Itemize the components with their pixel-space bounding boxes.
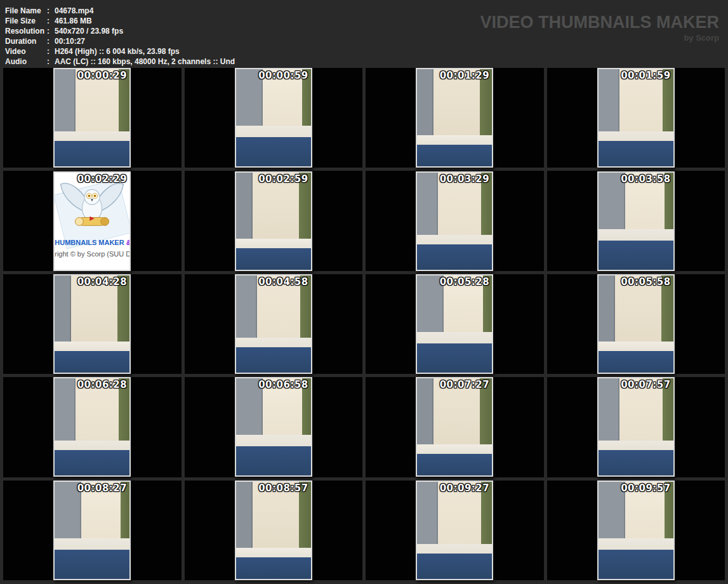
frame-placeholder — [417, 378, 492, 475]
frame-placeholder — [417, 69, 492, 166]
metadata-value: 00:10:27 — [55, 36, 85, 46]
app-title: VIDEO THUMBNAILS MAKER — [480, 13, 720, 32]
timestamp-overlay: 00:05:58 — [621, 276, 671, 288]
timestamp-overlay: 00:07:57 — [621, 379, 671, 390]
thumbnail-cell: 00:07:27 — [366, 377, 544, 477]
thumbnail-cell: 00:09:57 — [547, 481, 725, 580]
frame-placeholder — [236, 482, 311, 579]
timestamp-overlay: 00:09:27 — [440, 482, 490, 494]
video-frame-thumbnail: 00:00:59 — [235, 68, 312, 168]
metadata-value: H264 (High) :: 6 004 kb/s, 23.98 fps — [55, 46, 180, 56]
metadata-separator: : — [47, 56, 55, 67]
frame-placeholder — [599, 173, 673, 270]
timestamp-overlay: 00:01:29 — [440, 70, 490, 81]
logo-title-main: HUMBNAILS MAKER — [55, 239, 124, 246]
video-frame-thumbnail: 00:08:27 — [53, 481, 131, 580]
thumbnail-cell: 00:04:28 — [3, 274, 182, 374]
thumbnail-cell: 00:06:28 — [3, 377, 182, 477]
metadata-label: File Name — [5, 6, 47, 16]
logo-title-line: HUMBNAILS MAKER & A — [55, 239, 129, 246]
metadata-label: Video — [5, 46, 47, 56]
frame-placeholder — [599, 275, 673, 373]
thumbnail-cell: 00:00:59 — [185, 68, 363, 168]
video-frame-thumbnail: 00:07:57 — [597, 377, 675, 477]
metadata-panel: File Name : 04678.mp4 File Size : 461.86… — [0, 0, 728, 68]
thumbnail-cell: 00:05:28 — [366, 274, 544, 374]
thumbnail-cell: 00:02:59 — [185, 171, 363, 270]
video-frame-thumbnail: 00:01:29 — [416, 68, 493, 168]
thumbnail-cell: 00:00:29 — [3, 68, 182, 168]
frame-placeholder — [236, 173, 311, 270]
timestamp-overlay: 00:00:29 — [77, 70, 128, 81]
video-frame-thumbnail: 00:06:28 — [53, 377, 131, 477]
timestamp-overlay: 00:04:58 — [258, 276, 308, 288]
metadata-label: File Size — [5, 16, 47, 26]
thumbnail-cell: 00:08:27 — [3, 481, 182, 580]
thumbnail-cell: 00:04:58 — [185, 274, 363, 374]
timestamp-overlay: 00:09:57 — [621, 482, 671, 494]
timestamp-overlay: 00:04:28 — [77, 276, 128, 288]
video-frame-thumbnail: 00:03:29 — [416, 171, 493, 271]
logo-title-accent: & A — [124, 239, 131, 246]
thumbnail-cell: 00:09:27 — [366, 481, 544, 580]
metadata-value: 04678.mp4 — [55, 6, 93, 16]
app-branding: VIDEO THUMBNAILS MAKER by Scorp — [480, 13, 720, 43]
thumbnail-cell: HUMBNAILS MAKER & A right © by Scorp (SU… — [3, 171, 182, 270]
owl-logo-icon — [55, 175, 129, 243]
frame-placeholder — [236, 378, 311, 475]
metadata-separator: : — [47, 26, 55, 36]
timestamp-overlay: 00:02:59 — [258, 173, 308, 185]
video-frame-thumbnail: 00:04:28 — [53, 274, 131, 374]
metadata-separator: : — [47, 16, 55, 26]
frame-placeholder — [55, 275, 129, 373]
logo-watermark-thumbnail: HUMBNAILS MAKER & A right © by Scorp (SU… — [53, 171, 131, 271]
frame-placeholder — [599, 482, 673, 579]
video-frame-thumbnail: 00:06:58 — [235, 377, 312, 477]
thumbnail-cell: 00:06:58 — [185, 377, 363, 477]
thumbnail-cell: 00:05:58 — [547, 274, 725, 374]
timestamp-overlay: 00:02:29 — [77, 173, 128, 185]
frame-placeholder — [55, 69, 129, 166]
logo-copyright-line: right © by Scorp (SUU D — [55, 250, 129, 258]
video-frame-thumbnail: 00:09:57 — [597, 481, 675, 580]
frame-placeholder — [599, 378, 673, 475]
frame-placeholder — [417, 275, 492, 373]
metadata-row: Audio : AAC (LC) :: 160 kbps, 48000 Hz, … — [5, 56, 728, 67]
video-frame-thumbnail: 00:08:57 — [235, 481, 312, 580]
video-frame-thumbnail: 00:04:58 — [235, 274, 312, 374]
contact-sheet: File Name : 04678.mp4 File Size : 461.86… — [0, 0, 728, 584]
metadata-label: Audio — [5, 56, 47, 67]
video-frame-thumbnail: 00:05:28 — [416, 274, 493, 374]
metadata-label: Duration — [5, 36, 47, 46]
video-frame-thumbnail: 00:00:29 — [53, 68, 131, 168]
frame-placeholder — [417, 173, 492, 270]
thumbnail-cell: 00:03:29 — [366, 171, 544, 270]
video-frame-thumbnail: 00:07:27 — [416, 377, 493, 477]
metadata-value: AAC (LC) :: 160 kbps, 48000 Hz, 2 channe… — [55, 56, 235, 67]
thumbnail-cell: 00:08:57 — [185, 481, 363, 580]
timestamp-overlay: 00:05:28 — [440, 276, 490, 288]
video-frame-thumbnail: 00:01:59 — [597, 68, 675, 168]
video-frame-thumbnail: 00:02:59 — [235, 171, 312, 271]
video-frame-thumbnail: 00:09:27 — [416, 481, 493, 580]
timestamp-overlay: 00:03:58 — [621, 173, 671, 185]
metadata-separator: : — [47, 6, 55, 16]
logo-placeholder: HUMBNAILS MAKER & A right © by Scorp (SU… — [55, 173, 129, 270]
frame-placeholder — [417, 482, 492, 579]
metadata-separator: : — [47, 46, 55, 56]
frame-placeholder — [55, 378, 129, 475]
thumbnail-cell: 00:07:57 — [547, 377, 725, 477]
frame-placeholder — [55, 482, 129, 579]
timestamp-overlay: 00:08:27 — [77, 482, 128, 494]
metadata-label: Resolution — [5, 26, 47, 36]
frame-placeholder — [236, 69, 311, 166]
app-byline: by Scorp — [480, 33, 720, 43]
video-frame-thumbnail: 00:05:58 — [597, 274, 675, 374]
metadata-separator: : — [47, 36, 55, 46]
thumbnail-grid: 00:00:29 00:00:59 00:01:29 00:01:59 — [0, 68, 728, 584]
video-frame-thumbnail: 00:03:58 — [597, 171, 675, 271]
timestamp-overlay: 00:06:28 — [77, 379, 128, 390]
metadata-value: 461.86 MB — [55, 16, 92, 26]
timestamp-overlay: 00:08:57 — [258, 482, 308, 494]
metadata-value: 540x720 / 23.98 fps — [55, 26, 123, 36]
